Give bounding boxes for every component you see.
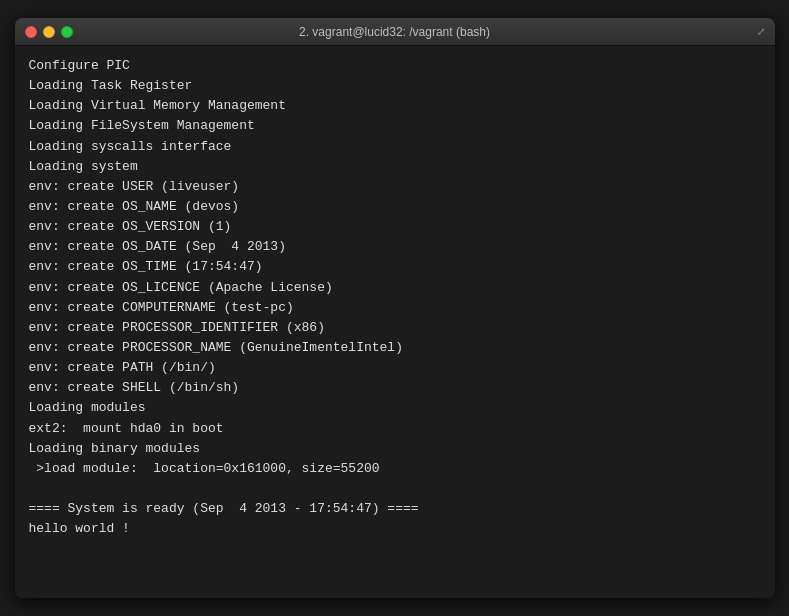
terminal-line: env: create PROCESSOR_NAME (GenuineIment… — [29, 338, 761, 358]
terminal-body[interactable]: Configure PICLoading Task RegisterLoadin… — [15, 46, 775, 598]
terminal-line: Loading syscalls interface — [29, 137, 761, 157]
titlebar: 2. vagrant@lucid32: /vagrant (bash) ⤢ — [15, 18, 775, 46]
terminal-line: Loading binary modules — [29, 439, 761, 459]
terminal-line: env: create OS_DATE (Sep 4 2013) — [29, 237, 761, 257]
terminal-line: Loading FileSystem Management — [29, 116, 761, 136]
terminal-line: env: create PROCESSOR_IDENTIFIER (x86) — [29, 318, 761, 338]
terminal-line: env: create OS_NAME (devos) — [29, 197, 761, 217]
terminal-blank-line — [29, 479, 761, 499]
terminal-line: env: create USER (liveuser) — [29, 177, 761, 197]
terminal-line: env: create SHELL (/bin/sh) — [29, 378, 761, 398]
terminal-line: Loading Task Register — [29, 76, 761, 96]
terminal-line: env: create COMPUTERNAME (test-pc) — [29, 298, 761, 318]
terminal-line: ext2: mount hda0 in boot — [29, 419, 761, 439]
expand-icon[interactable]: ⤢ — [757, 26, 765, 37]
terminal-line: env: create OS_TIME (17:54:47) — [29, 257, 761, 277]
minimize-button[interactable] — [43, 26, 55, 38]
maximize-button[interactable] — [61, 26, 73, 38]
terminal-line: env: create OS_LICENCE (Apache License) — [29, 278, 761, 298]
terminal-line: env: create OS_VERSION (1) — [29, 217, 761, 237]
terminal-line: env: create PATH (/bin/) — [29, 358, 761, 378]
terminal-line: Loading modules — [29, 398, 761, 418]
terminal-line: >load module: location=0x161000, size=55… — [29, 459, 761, 479]
window-title: 2. vagrant@lucid32: /vagrant (bash) — [299, 25, 490, 39]
close-button[interactable] — [25, 26, 37, 38]
terminal-line: hello world ! — [29, 519, 761, 539]
terminal-line: Loading Virtual Memory Management — [29, 96, 761, 116]
terminal-line: ==== System is ready (Sep 4 2013 - 17:54… — [29, 499, 761, 519]
terminal-window: 2. vagrant@lucid32: /vagrant (bash) ⤢ Co… — [15, 18, 775, 598]
terminal-line: Configure PIC — [29, 56, 761, 76]
traffic-lights — [25, 26, 73, 38]
terminal-line: Loading system — [29, 157, 761, 177]
